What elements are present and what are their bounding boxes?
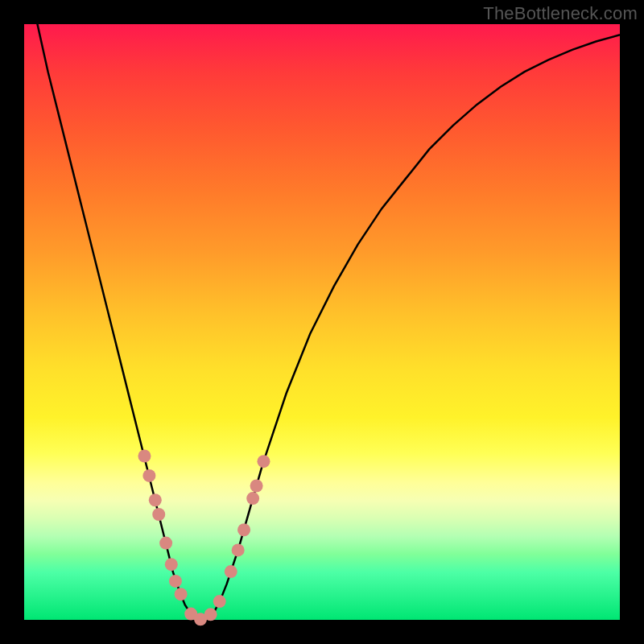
data-point	[159, 537, 172, 550]
data-point	[213, 595, 226, 608]
data-point	[232, 543, 245, 556]
data-point	[142, 469, 155, 482]
data-point	[237, 523, 250, 536]
data-point	[149, 493, 162, 506]
plot-area	[24, 24, 620, 620]
data-point	[204, 608, 217, 621]
data-point	[138, 450, 151, 463]
data-point	[152, 508, 165, 521]
data-point	[225, 565, 237, 578]
bottleneck-curve	[24, 0, 620, 620]
data-point	[175, 588, 188, 601]
data-point	[169, 575, 182, 588]
data-point	[257, 455, 270, 468]
chart-frame: TheBottleneck.com	[0, 0, 644, 644]
watermark-text: TheBottleneck.com	[483, 3, 638, 24]
chart-svg	[24, 24, 620, 620]
data-point	[246, 492, 259, 505]
data-point	[165, 558, 178, 571]
data-points-group	[138, 450, 270, 626]
data-point	[250, 480, 263, 493]
